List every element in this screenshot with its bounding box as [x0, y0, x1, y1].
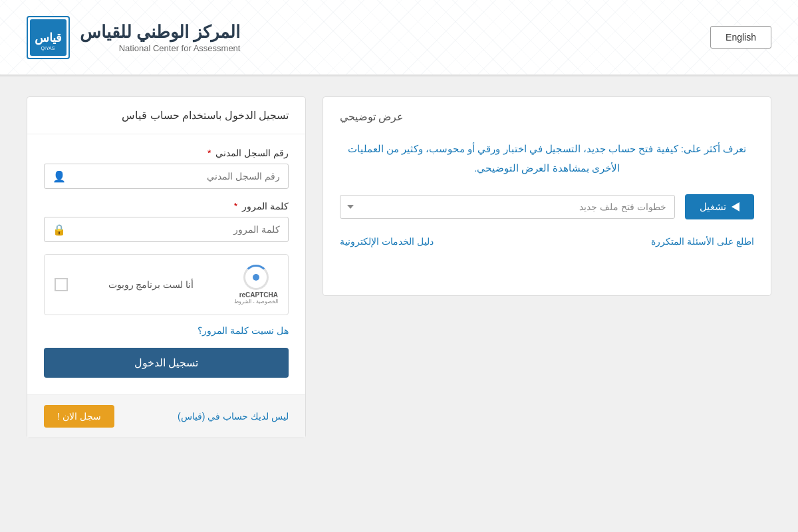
forgot-password-link[interactable]: هل نسيت كلمة المرور؟: [44, 325, 289, 336]
civil-id-input-wrapper: 👤: [44, 164, 289, 189]
civil-id-input[interactable]: [74, 164, 288, 188]
demo-controls: تشغيل خطوات فتح ملف جديد التسجيل في اختب…: [340, 194, 754, 219]
english-language-button[interactable]: English: [710, 26, 771, 49]
logo-area: المركز الوطني للقياس National Center for…: [27, 16, 240, 59]
demo-links: اطلع على الأسئلة المتكررة دليل الخدمات ا…: [340, 236, 754, 247]
play-button[interactable]: تشغيل: [685, 194, 754, 219]
password-input[interactable]: [74, 217, 288, 241]
civil-id-group: رقم السجل المدني * 👤: [44, 148, 289, 189]
captcha-not-robot-text: أنا لست برنامج روبوت: [108, 279, 194, 290]
recaptcha-spinner: [243, 265, 269, 290]
login-panel-title: تسجيل الدخول باستخدام حساب قياس: [44, 109, 289, 122]
logo-text: المركز الوطني للقياس National Center for…: [80, 21, 240, 54]
password-required: *: [234, 201, 237, 211]
demo-dropdown[interactable]: خطوات فتح ملف جديد التسجيل في اختبار است…: [340, 195, 675, 219]
no-account-text: ليس لديك حساب في (قياس): [178, 411, 289, 422]
svg-text:قياس: قياس: [35, 31, 62, 45]
login-panel-footer: ليس لديك حساب في (قياس) سجل الان !: [27, 394, 305, 438]
services-link[interactable]: دليل الخدمات الإلكترونية: [340, 236, 434, 247]
faq-link[interactable]: اطلع على الأسئلة المتكررة: [651, 236, 754, 247]
demo-panel: عرض توضيحي تعرف أكثر على: كيفية فتح حساب…: [323, 96, 771, 296]
captcha-privacy: الخصوصية - الشروط: [234, 299, 278, 305]
password-label: كلمة المرور *: [44, 201, 289, 211]
svg-text:QIYAS: QIYAS: [41, 46, 55, 51]
logo-arabic-name: المركز الوطني للقياس: [80, 21, 240, 44]
demo-description: تعرف أكثر على: كيفية فتح حساب جديد، التس…: [340, 140, 754, 178]
captcha-box[interactable]: reCAPTCHA الخصوصية - الشروط أنا لست برنا…: [44, 254, 289, 315]
login-panel: تسجيل الدخول باستخدام حساب قياس رقم السج…: [27, 96, 306, 438]
login-button[interactable]: تسجيل الدخول: [44, 348, 289, 378]
logo-icon: قياس QIYAS: [27, 16, 70, 59]
recaptcha-label: reCAPTCHA: [234, 291, 278, 299]
play-icon: [732, 202, 739, 211]
play-button-label: تشغيل: [700, 201, 726, 213]
lock-icon: 🔒: [45, 223, 74, 236]
password-group: كلمة المرور * 🔒: [44, 201, 289, 242]
recaptcha-logo: reCAPTCHA الخصوصية - الشروط: [234, 265, 278, 305]
captcha-brand: reCAPTCHA الخصوصية - الشروط: [234, 291, 278, 305]
captcha-left: reCAPTCHA الخصوصية - الشروط: [234, 265, 278, 305]
demo-panel-title: عرض توضيحي: [340, 110, 754, 126]
captcha-checkbox[interactable]: [55, 278, 68, 291]
header: English المركز الوطني للقياس National Ce…: [0, 0, 798, 76]
civil-id-label: رقم السجل المدني *: [44, 148, 289, 158]
user-icon: 👤: [45, 170, 74, 183]
login-panel-body: رقم السجل المدني * 👤 كلمة المرور * 🔒: [27, 134, 305, 394]
civil-id-required: *: [207, 148, 211, 158]
main-content: عرض توضيحي تعرف أكثر على: كيفية فتح حساب…: [0, 76, 798, 532]
login-panel-header: تسجيل الدخول باستخدام حساب قياس: [27, 97, 305, 134]
register-button[interactable]: سجل الان !: [44, 405, 114, 428]
password-input-wrapper: 🔒: [44, 217, 289, 242]
logo-english-name: National Center for Assessment: [80, 43, 240, 53]
